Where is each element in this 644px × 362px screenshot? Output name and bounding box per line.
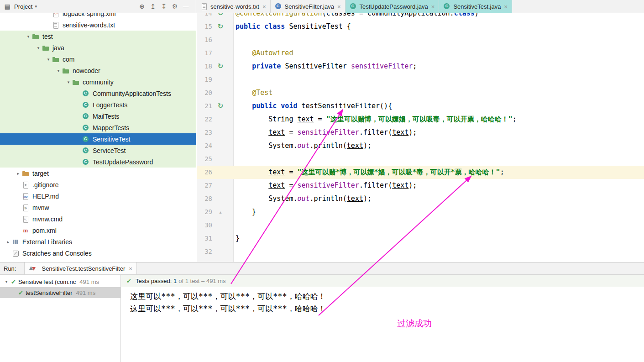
code-line-23[interactable]: 23 text = sensitiveFilter.filter(text); [197,126,644,139]
chevron-down-icon[interactable]: ▾ [45,57,52,62]
line-number: 31 [197,232,212,245]
editor-tab-sensitive-words-txt[interactable]: sensitive-words.txt× [196,0,271,13]
tree-item-logback-spring-xml[interactable]: logback-spring.xml [0,13,196,19]
code-line-30[interactable]: 30 [197,219,644,232]
run-config-tab[interactable]: SensitiveTest.testSensitiveFilter × [24,262,136,274]
tree-item-mvnw-cmd[interactable]: mvnw.cmd [0,213,196,225]
tab-close-icon[interactable]: × [337,3,341,10]
run-tree-item-testsensitivefilter[interactable]: ✔testSensitiveFilter491 ms [0,287,120,298]
chevron-down-icon[interactable]: ▾ [35,46,42,50]
tree-item-label: pom.xml [32,227,57,234]
project-switcher[interactable]: ▤ Project ▾ [3,3,37,10]
editor-tab-testupdatepassword-java[interactable]: TestUpdatePassword.java× [346,0,440,13]
run-test-icon[interactable]: ↻ [212,13,229,20]
tree-item-external-libraries[interactable]: ▸External Libraries [0,236,196,247]
settings-gear-icon[interactable]: ⚙ [170,3,179,10]
tree-item-scratches-and-consoles[interactable]: Scratches and Consoles [0,247,196,259]
tree-item-loggertests[interactable]: LoggerTests [0,99,196,110]
line-number: 18 [197,60,212,73]
tree-item-mappertests[interactable]: MapperTests [0,122,196,133]
code-token: public class [236,22,289,31]
chevron-right-icon[interactable]: ▸ [15,171,22,176]
code-line-25[interactable]: 25 [197,152,644,166]
text-file-icon [200,3,208,10]
code-line-24[interactable]: 24 System.out.println(text); [197,139,644,152]
chevron-down-icon[interactable]: ▾ [35,4,37,9]
tree-item-sensitivetest[interactable]: SensitiveTest [0,133,196,145]
tree-item-communityapplicationtests[interactable]: CommunityApplicationTests [0,88,196,99]
code-line-15[interactable]: 15↻public class SensitiveTest { [197,20,644,33]
chevron-down-icon[interactable]: ▾ [25,34,32,39]
hide-panel-icon[interactable]: — [181,3,190,10]
tree-item-label: MapperTests [93,124,129,131]
run-test-icon[interactable]: ↻ [212,100,229,113]
libraries-icon [12,238,19,246]
chevron-right-icon[interactable]: ▸ [5,240,12,244]
tree-item-community[interactable]: ▾community [0,76,196,88]
tree-item-help-md[interactable]: HELP.md [0,190,196,202]
code-text: System.out.println(text); [233,139,372,152]
code-token: @Test [252,89,272,97]
run-test-icon[interactable]: ↻ [212,60,229,73]
code-line-18[interactable]: 18↻ private SensitiveFilter sensitiveFil… [197,60,644,73]
tab-close-icon[interactable]: × [431,3,435,10]
xml-file-icon [52,13,59,17]
tree-item-test[interactable]: ▾test [0,31,196,42]
code-line-29[interactable]: 29▴ } [197,205,644,219]
run-test-icon[interactable]: ↻ [212,20,229,33]
code-line-19[interactable]: 19 [197,73,644,86]
run-tree-item-sensitivetest-com-nc[interactable]: ▾✔SensitiveTest (com.nc491 ms [0,276,120,287]
tree-item-mailtests[interactable]: MailTests [0,110,196,122]
line-number: 15 [197,20,212,33]
locate-file-icon[interactable]: ⊕ [137,3,147,10]
line-number: 19 [197,73,212,86]
tree-item-label: com [63,56,74,63]
tree-item-gitignore[interactable]: .gitignore [0,179,196,190]
tree-item-testupdatepassword[interactable]: TestUpdatePassword [0,156,196,168]
code-line-27[interactable]: 27 text = sensitiveFilter.filter(text); [197,179,644,192]
chevron-down-icon[interactable]: ▾ [55,68,62,73]
code-editor[interactable]: 14↻@ContextConfiguration(classes = Commu… [197,13,644,262]
code-line-14[interactable]: 14↻@ContextConfiguration(classes = Commu… [197,13,644,20]
chevron-down-icon[interactable]: ▾ [65,80,72,84]
code-line-28[interactable]: 28 System.out.println(text); [197,192,644,205]
tree-item-com[interactable]: ▾com [0,53,196,65]
tree-item-java[interactable]: ▾java [0,42,196,53]
expand-all-icon[interactable]: ↥ [148,3,157,10]
tree-item-mvnw[interactable]: mvnw [0,202,196,213]
code-token: System. [268,194,297,203]
tab-close-icon[interactable]: × [504,3,508,10]
code-line-26[interactable]: 26 text = "这里可以赌*博，可以嫖*娼，可以吸*毒，可以开*票，哈哈哈… [197,166,644,179]
tree-item-sensitive-words-txt[interactable]: sensitive-words.txt [0,19,196,31]
tab-close-icon[interactable]: × [262,3,266,10]
editor-tab-sensitivetest-java[interactable]: SensitiveTest.java× [439,0,512,13]
project-tool-window-icon[interactable]: ▤ [3,3,12,10]
code-text: text = sensitiveFilter.filter(text); [233,179,417,192]
tree-item-target[interactable]: ▸target [0,168,196,179]
tab-close-icon[interactable]: × [129,265,132,272]
code-token: out [297,142,309,150]
tree-item-label: Scratches and Consoles [22,250,92,257]
code-text: @Autowired [233,47,293,60]
fold-marker-icon[interactable]: ▴ [212,205,229,219]
code-line-17[interactable]: 17 @Autowired [197,47,644,60]
code-token [236,115,268,123]
folder-test-icon [72,79,79,86]
code-line-32[interactable]: 32 [197,245,644,258]
code-line-31[interactable]: 31} [197,232,644,245]
project-panel: logback-spring.xmlsensitive-words.txt▾te… [0,13,196,262]
tree-item-nowcoder[interactable]: ▾nowcoder [0,65,196,76]
tree-item-pom-xml[interactable]: pom.xml [0,225,196,236]
code-line-22[interactable]: 22 String text = "这里可以赌博，可以嫖娼，可以吸毒，可以开票，… [197,113,644,126]
folder-excluded-icon [22,170,29,177]
filter-success-annotation: 过滤成功 [397,318,432,330]
chevron-down-icon[interactable]: ▾ [3,279,10,284]
code-line-16[interactable]: 16 [197,33,644,47]
run-label: Run: [4,265,16,272]
collapse-all-icon[interactable]: ↧ [159,3,168,10]
console-output[interactable]: 这里可以***，可以***，可以***，可以***，哈哈哈！这里可以***，可以… [121,287,644,315]
code-line-20[interactable]: 20 @Test [197,86,644,100]
tree-item-servicetest[interactable]: ServiceTest [0,145,196,156]
editor-tab-sensitivefilter-java[interactable]: SensitiveFilter.java× [271,0,346,13]
code-line-21[interactable]: 21↻ public void testSensitiveFilter(){ [197,100,644,113]
